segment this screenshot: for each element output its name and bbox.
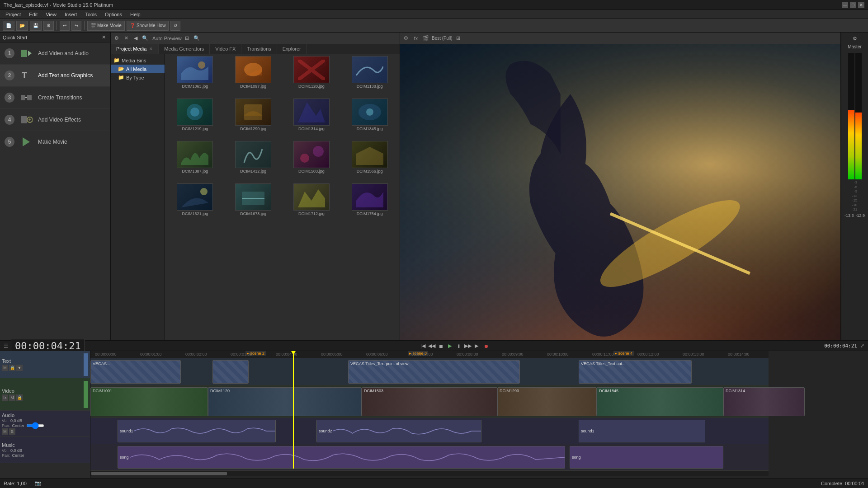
track-body[interactable]: ▸ scene 2 ▸ scene 3 ▸ scene 4 00:00:00:0…: [90, 351, 868, 478]
menu-options[interactable]: Options: [101, 11, 126, 18]
tree-item-mediabins[interactable]: 📁 Media Bins: [111, 56, 165, 65]
media-thumb-t8[interactable]: DCIM1345.jpg: [341, 99, 398, 139]
clip-text-1[interactable]: VEGAS...: [90, 360, 181, 384]
tab-project-media[interactable]: Project Media ✕: [111, 44, 159, 54]
transport-end[interactable]: ▶|: [473, 342, 481, 350]
new-project-button[interactable]: 📄: [3, 21, 14, 31]
menu-edit[interactable]: Edit: [25, 11, 41, 18]
quickstart-item-2[interactable]: 2 T Add Text and Graphics: [0, 65, 110, 87]
preview-settings-button[interactable]: ⚙: [402, 34, 410, 42]
quickstart-item-1[interactable]: 1 Add Video and Audio: [0, 42, 110, 65]
maximize-button[interactable]: □: [850, 2, 856, 8]
close-button[interactable]: ✕: [858, 2, 864, 8]
media-thumb-t5[interactable]: DCIM1219.jpg: [167, 99, 223, 139]
media-settings-button[interactable]: ⚙: [113, 34, 121, 42]
track-text-resize-handle[interactable]: [84, 353, 88, 376]
quickstart-item-4[interactable]: 4 Add Video Effects: [0, 109, 110, 131]
open-button[interactable]: 📂: [16, 21, 28, 31]
status-camera-button[interactable]: 📷: [34, 479, 42, 488]
track-video-fx[interactable]: fx: [2, 394, 8, 401]
minimize-button[interactable]: —: [842, 2, 848, 8]
media-thumb-t2[interactable]: DCIM1097.jpg: [225, 56, 282, 97]
quickstart-item-3[interactable]: 3 Create Transitions: [0, 87, 110, 109]
menu-project[interactable]: Project: [2, 11, 24, 18]
tree-item-bytype[interactable]: 📁 By Type: [111, 73, 165, 82]
transport-begin[interactable]: |◀: [419, 342, 427, 350]
transport-play[interactable]: ▶: [446, 342, 454, 350]
track-text-mute[interactable]: M: [2, 365, 8, 371]
media-thumb-t11[interactable]: DCIM1503.jpg: [283, 141, 340, 182]
preview-fx-button[interactable]: fx: [412, 34, 420, 42]
media-thumb-t4[interactable]: DCIM1138.jpg: [341, 56, 398, 97]
media-thumb-t1[interactable]: DCIM1063.jpg: [167, 56, 223, 97]
clip-video-5[interactable]: DCIM1845: [597, 387, 723, 416]
track-audio-solo[interactable]: S: [9, 428, 15, 435]
transport-stop[interactable]: ⏹: [437, 342, 445, 350]
timeline-expand-button[interactable]: ⤢: [858, 342, 866, 350]
tab-project-media-close[interactable]: ✕: [149, 47, 153, 51]
media-search-button[interactable]: 🔍: [141, 34, 149, 42]
clip-text-3[interactable]: VEGAS Titles_Text point of view: [348, 360, 520, 384]
clip-audio-3[interactable]: sound1: [579, 420, 705, 442]
transport-pause[interactable]: ⏸: [455, 342, 463, 350]
show-me-how-button[interactable]: ❓ Show Me How: [127, 21, 169, 31]
track-text-lock[interactable]: 🔒: [9, 365, 15, 371]
preview-grid-button[interactable]: ⊞: [454, 34, 462, 42]
transport-record[interactable]: ⏺: [482, 342, 490, 350]
settings-button[interactable]: ⚙: [43, 21, 54, 31]
make-movie-button[interactable]: 🎬 Make Movie: [87, 21, 125, 31]
clip-video-1[interactable]: DCIM1001: [90, 387, 208, 416]
clip-audio-2[interactable]: sound2: [316, 420, 481, 442]
media-thumb-t6[interactable]: DCIM1290.jpg: [225, 99, 282, 139]
track-text-collapse[interactable]: ▼: [16, 365, 23, 371]
preview-quality-button[interactable]: 🎬: [422, 34, 430, 42]
clip-audio-1[interactable]: sound1: [118, 420, 276, 442]
master-settings-button[interactable]: ⚙: [851, 34, 859, 42]
redo-button[interactable]: ↪: [71, 21, 81, 31]
track-audio-mute[interactable]: M: [2, 428, 8, 435]
media-thumb-t16[interactable]: DCIM1754.jpg: [341, 183, 398, 224]
menu-tools[interactable]: Tools: [81, 11, 100, 18]
clip-music-1[interactable]: song: [118, 446, 565, 469]
timeline-settings-button[interactable]: ☰: [2, 342, 10, 350]
media-zoom-button[interactable]: 🔍: [193, 34, 201, 42]
media-close-button[interactable]: ✕: [122, 34, 130, 42]
media-prev-button[interactable]: ◀: [132, 34, 140, 42]
quickstart-close-button[interactable]: ✕: [99, 33, 108, 42]
media-thumb-t12[interactable]: DCIM1566.jpg: [341, 141, 398, 182]
media-thumb-t3[interactable]: DCIM1120.jpg: [283, 56, 340, 97]
undo-button[interactable]: ↩: [60, 21, 70, 31]
menu-view[interactable]: View: [42, 11, 60, 18]
timeline-scrollbar[interactable]: [90, 470, 769, 476]
media-thumb-t9[interactable]: DCIM1387.jpg: [167, 141, 223, 182]
timeline-scroll-thumb[interactable]: [91, 472, 227, 475]
track-video-lock[interactable]: 🔒: [16, 394, 23, 401]
clip-text-2[interactable]: [212, 360, 249, 384]
transport-prev[interactable]: ◀◀: [428, 342, 436, 350]
media-thumb-t13[interactable]: DCIM1621.jpg: [167, 183, 223, 224]
track-video-resize-handle[interactable]: [84, 381, 88, 408]
tab-transitions[interactable]: Transitions: [241, 44, 277, 54]
tree-item-allmedia[interactable]: 📂 All Media: [111, 65, 165, 73]
media-thumb-t10[interactable]: DCIM1412.jpg: [225, 141, 282, 182]
menu-insert[interactable]: Insert: [61, 11, 81, 18]
menu-help[interactable]: Help: [127, 11, 144, 18]
media-thumb-t15[interactable]: DCIM1712.jpg: [283, 183, 340, 224]
media-grid-view-button[interactable]: ⊞: [183, 34, 191, 42]
clip-video-2[interactable]: DCIM1120: [208, 387, 362, 416]
save-button[interactable]: 💾: [30, 21, 42, 31]
media-thumb-t14[interactable]: DCIM1673.jpg: [225, 183, 282, 224]
transport-next[interactable]: ▶▶: [464, 342, 472, 350]
tab-media-generators[interactable]: Media Generators: [159, 44, 210, 54]
track-video-mute[interactable]: M: [9, 394, 15, 401]
tab-video-fx[interactable]: Video FX: [210, 44, 241, 54]
clip-video-3[interactable]: DCIM1503: [362, 387, 497, 416]
refresh-button[interactable]: ↺: [170, 21, 180, 31]
media-thumb-t7[interactable]: DCIM1314.jpg: [283, 99, 340, 139]
clip-video-6[interactable]: DCIM1314: [723, 387, 805, 416]
clip-video-4[interactable]: DCIM1290: [497, 387, 597, 416]
tab-explorer[interactable]: Explorer: [277, 44, 307, 54]
audio-pan-slider[interactable]: [26, 424, 44, 427]
clip-music-2[interactable]: song: [570, 446, 723, 469]
clip-text-4[interactable]: VEGAS Titles_Text aut...: [579, 360, 692, 384]
